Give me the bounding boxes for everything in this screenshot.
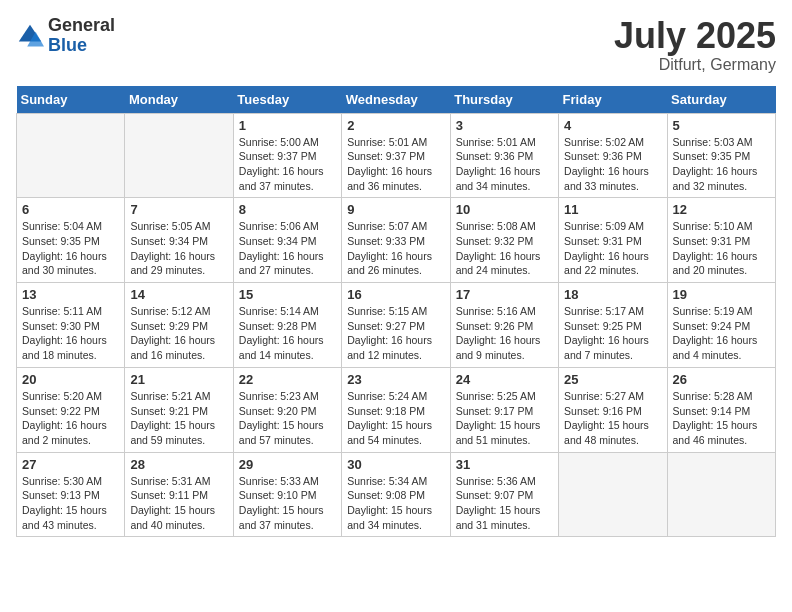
day-info: Sunrise: 5:21 AM Sunset: 9:21 PM Dayligh… xyxy=(130,389,227,448)
calendar-cell: 26Sunrise: 5:28 AM Sunset: 9:14 PM Dayli… xyxy=(667,367,775,452)
calendar-cell: 5Sunrise: 5:03 AM Sunset: 9:35 PM Daylig… xyxy=(667,113,775,198)
day-number: 8 xyxy=(239,202,336,217)
day-info: Sunrise: 5:17 AM Sunset: 9:25 PM Dayligh… xyxy=(564,304,661,363)
calendar-cell: 31Sunrise: 5:36 AM Sunset: 9:07 PM Dayli… xyxy=(450,452,558,537)
calendar-cell: 18Sunrise: 5:17 AM Sunset: 9:25 PM Dayli… xyxy=(559,283,667,368)
day-number: 25 xyxy=(564,372,661,387)
day-number: 26 xyxy=(673,372,770,387)
calendar-cell: 11Sunrise: 5:09 AM Sunset: 9:31 PM Dayli… xyxy=(559,198,667,283)
day-number: 11 xyxy=(564,202,661,217)
day-number: 17 xyxy=(456,287,553,302)
day-number: 7 xyxy=(130,202,227,217)
calendar-cell: 30Sunrise: 5:34 AM Sunset: 9:08 PM Dayli… xyxy=(342,452,450,537)
day-info: Sunrise: 5:20 AM Sunset: 9:22 PM Dayligh… xyxy=(22,389,119,448)
calendar-cell: 15Sunrise: 5:14 AM Sunset: 9:28 PM Dayli… xyxy=(233,283,341,368)
day-number: 24 xyxy=(456,372,553,387)
day-info: Sunrise: 5:00 AM Sunset: 9:37 PM Dayligh… xyxy=(239,135,336,194)
day-info: Sunrise: 5:05 AM Sunset: 9:34 PM Dayligh… xyxy=(130,219,227,278)
calendar-cell: 20Sunrise: 5:20 AM Sunset: 9:22 PM Dayli… xyxy=(17,367,125,452)
day-info: Sunrise: 5:30 AM Sunset: 9:13 PM Dayligh… xyxy=(22,474,119,533)
weekday-header: Friday xyxy=(559,86,667,114)
day-number: 10 xyxy=(456,202,553,217)
calendar-week-row: 27Sunrise: 5:30 AM Sunset: 9:13 PM Dayli… xyxy=(17,452,776,537)
calendar-cell: 9Sunrise: 5:07 AM Sunset: 9:33 PM Daylig… xyxy=(342,198,450,283)
day-number: 1 xyxy=(239,118,336,133)
calendar-cell: 13Sunrise: 5:11 AM Sunset: 9:30 PM Dayli… xyxy=(17,283,125,368)
calendar-table: SundayMondayTuesdayWednesdayThursdayFrid… xyxy=(16,86,776,538)
day-number: 2 xyxy=(347,118,444,133)
day-number: 23 xyxy=(347,372,444,387)
day-number: 30 xyxy=(347,457,444,472)
logo-text: General Blue xyxy=(48,16,115,56)
calendar-week-row: 13Sunrise: 5:11 AM Sunset: 9:30 PM Dayli… xyxy=(17,283,776,368)
day-number: 13 xyxy=(22,287,119,302)
weekday-header: Thursday xyxy=(450,86,558,114)
calendar-cell: 7Sunrise: 5:05 AM Sunset: 9:34 PM Daylig… xyxy=(125,198,233,283)
calendar-cell: 22Sunrise: 5:23 AM Sunset: 9:20 PM Dayli… xyxy=(233,367,341,452)
day-info: Sunrise: 5:14 AM Sunset: 9:28 PM Dayligh… xyxy=(239,304,336,363)
logo-general: General xyxy=(48,15,115,35)
day-number: 14 xyxy=(130,287,227,302)
day-info: Sunrise: 5:27 AM Sunset: 9:16 PM Dayligh… xyxy=(564,389,661,448)
day-info: Sunrise: 5:11 AM Sunset: 9:30 PM Dayligh… xyxy=(22,304,119,363)
day-info: Sunrise: 5:19 AM Sunset: 9:24 PM Dayligh… xyxy=(673,304,770,363)
calendar-cell: 17Sunrise: 5:16 AM Sunset: 9:26 PM Dayli… xyxy=(450,283,558,368)
day-number: 16 xyxy=(347,287,444,302)
weekday-header-row: SundayMondayTuesdayWednesdayThursdayFrid… xyxy=(17,86,776,114)
day-info: Sunrise: 5:03 AM Sunset: 9:35 PM Dayligh… xyxy=(673,135,770,194)
title-block: July 2025 Ditfurt, Germany xyxy=(614,16,776,74)
day-info: Sunrise: 5:25 AM Sunset: 9:17 PM Dayligh… xyxy=(456,389,553,448)
location-subtitle: Ditfurt, Germany xyxy=(614,56,776,74)
logo-blue: Blue xyxy=(48,35,87,55)
day-info: Sunrise: 5:01 AM Sunset: 9:36 PM Dayligh… xyxy=(456,135,553,194)
day-number: 6 xyxy=(22,202,119,217)
calendar-cell: 23Sunrise: 5:24 AM Sunset: 9:18 PM Dayli… xyxy=(342,367,450,452)
logo: General Blue xyxy=(16,16,115,56)
calendar-cell: 24Sunrise: 5:25 AM Sunset: 9:17 PM Dayli… xyxy=(450,367,558,452)
calendar-cell: 14Sunrise: 5:12 AM Sunset: 9:29 PM Dayli… xyxy=(125,283,233,368)
day-number: 28 xyxy=(130,457,227,472)
calendar-cell: 10Sunrise: 5:08 AM Sunset: 9:32 PM Dayli… xyxy=(450,198,558,283)
calendar-cell: 8Sunrise: 5:06 AM Sunset: 9:34 PM Daylig… xyxy=(233,198,341,283)
day-info: Sunrise: 5:31 AM Sunset: 9:11 PM Dayligh… xyxy=(130,474,227,533)
calendar-cell: 27Sunrise: 5:30 AM Sunset: 9:13 PM Dayli… xyxy=(17,452,125,537)
calendar-week-row: 1Sunrise: 5:00 AM Sunset: 9:37 PM Daylig… xyxy=(17,113,776,198)
day-number: 9 xyxy=(347,202,444,217)
calendar-cell: 1Sunrise: 5:00 AM Sunset: 9:37 PM Daylig… xyxy=(233,113,341,198)
day-number: 18 xyxy=(564,287,661,302)
weekday-header: Monday xyxy=(125,86,233,114)
day-info: Sunrise: 5:01 AM Sunset: 9:37 PM Dayligh… xyxy=(347,135,444,194)
day-number: 27 xyxy=(22,457,119,472)
day-info: Sunrise: 5:02 AM Sunset: 9:36 PM Dayligh… xyxy=(564,135,661,194)
calendar-cell: 6Sunrise: 5:04 AM Sunset: 9:35 PM Daylig… xyxy=(17,198,125,283)
day-info: Sunrise: 5:15 AM Sunset: 9:27 PM Dayligh… xyxy=(347,304,444,363)
weekday-header: Sunday xyxy=(17,86,125,114)
day-info: Sunrise: 5:23 AM Sunset: 9:20 PM Dayligh… xyxy=(239,389,336,448)
calendar-cell: 2Sunrise: 5:01 AM Sunset: 9:37 PM Daylig… xyxy=(342,113,450,198)
day-info: Sunrise: 5:07 AM Sunset: 9:33 PM Dayligh… xyxy=(347,219,444,278)
day-info: Sunrise: 5:06 AM Sunset: 9:34 PM Dayligh… xyxy=(239,219,336,278)
calendar-cell: 12Sunrise: 5:10 AM Sunset: 9:31 PM Dayli… xyxy=(667,198,775,283)
calendar-cell xyxy=(667,452,775,537)
day-info: Sunrise: 5:24 AM Sunset: 9:18 PM Dayligh… xyxy=(347,389,444,448)
calendar-cell: 19Sunrise: 5:19 AM Sunset: 9:24 PM Dayli… xyxy=(667,283,775,368)
day-number: 15 xyxy=(239,287,336,302)
day-number: 5 xyxy=(673,118,770,133)
page-header: General Blue July 2025 Ditfurt, Germany xyxy=(16,16,776,74)
weekday-header: Saturday xyxy=(667,86,775,114)
day-info: Sunrise: 5:34 AM Sunset: 9:08 PM Dayligh… xyxy=(347,474,444,533)
calendar-cell xyxy=(559,452,667,537)
day-info: Sunrise: 5:33 AM Sunset: 9:10 PM Dayligh… xyxy=(239,474,336,533)
day-number: 12 xyxy=(673,202,770,217)
day-number: 4 xyxy=(564,118,661,133)
weekday-header: Wednesday xyxy=(342,86,450,114)
day-number: 3 xyxy=(456,118,553,133)
day-info: Sunrise: 5:09 AM Sunset: 9:31 PM Dayligh… xyxy=(564,219,661,278)
day-info: Sunrise: 5:08 AM Sunset: 9:32 PM Dayligh… xyxy=(456,219,553,278)
day-number: 31 xyxy=(456,457,553,472)
calendar-week-row: 6Sunrise: 5:04 AM Sunset: 9:35 PM Daylig… xyxy=(17,198,776,283)
day-info: Sunrise: 5:04 AM Sunset: 9:35 PM Dayligh… xyxy=(22,219,119,278)
calendar-cell: 25Sunrise: 5:27 AM Sunset: 9:16 PM Dayli… xyxy=(559,367,667,452)
calendar-week-row: 20Sunrise: 5:20 AM Sunset: 9:22 PM Dayli… xyxy=(17,367,776,452)
day-number: 21 xyxy=(130,372,227,387)
